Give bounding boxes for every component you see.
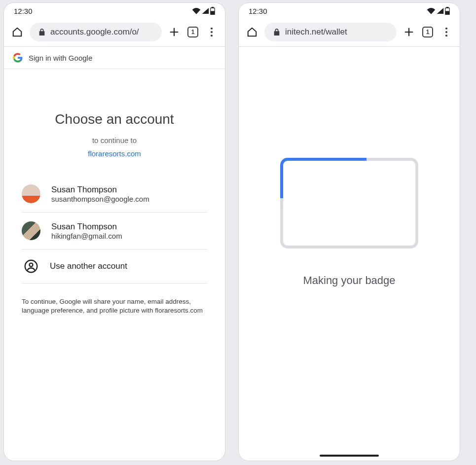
browser-toolbar: accounts.google.com/o/ 1 (4, 19, 225, 47)
account-name: Susan Thompson (51, 222, 122, 232)
tab-switcher[interactable]: 1 (186, 26, 199, 38)
browser-toolbar: initech.net/wallet 1 (239, 19, 460, 47)
home-icon[interactable] (11, 26, 24, 38)
signin-with-google-header: Sign in with Google (4, 47, 225, 69)
status-icons (427, 7, 450, 15)
svg-rect-10 (282, 159, 417, 247)
svg-point-5 (30, 263, 33, 267)
new-tab-icon[interactable] (168, 26, 181, 38)
status-time: 12:30 (249, 7, 267, 15)
url-text: initech.net/wallet (285, 27, 347, 37)
tab-count-label: 1 (422, 27, 433, 37)
more-menu-icon[interactable] (440, 26, 453, 38)
subtitle: to continue to (4, 136, 225, 144)
badge-card-loading (280, 158, 418, 249)
lock-icon (273, 28, 280, 36)
making-badge-label: Making your badge (303, 274, 395, 287)
cell-icon (202, 7, 209, 14)
wifi-icon (427, 7, 436, 14)
lock-icon (38, 28, 45, 36)
tab-count-label: 1 (187, 27, 198, 37)
svg-point-3 (211, 35, 213, 36)
url-text: accounts.google.com/o/ (50, 27, 139, 37)
account-list: Susan Thompson susanthompson@google.com … (22, 176, 207, 284)
gesture-bar[interactable] (320, 455, 379, 457)
google-logo-icon (13, 53, 23, 63)
phone-wallet-loading: 12:30 initech.net/wallet 1 (239, 3, 460, 461)
cell-icon (437, 7, 444, 14)
account-row[interactable]: Susan Thompson hikingfan@gmail.com (22, 213, 207, 250)
svg-point-1 (211, 28, 213, 30)
new-tab-icon[interactable] (403, 26, 415, 38)
badge-loading-content: Making your badge (239, 47, 460, 461)
status-bar: 12:30 (239, 3, 460, 19)
svg-rect-6 (445, 8, 449, 11)
privacy-disclaimer: To continue, Google will share your name… (22, 297, 207, 315)
page-title: Choose an account (4, 111, 225, 127)
use-another-account-row[interactable]: Use another account (22, 250, 207, 284)
home-icon[interactable] (246, 26, 258, 38)
svg-point-8 (445, 31, 447, 33)
status-bar: 12:30 (4, 3, 225, 19)
svg-point-2 (211, 31, 213, 33)
url-bar[interactable]: accounts.google.com/o/ (30, 23, 162, 41)
wifi-icon (192, 7, 201, 14)
account-row[interactable]: Susan Thompson susanthompson@google.com (22, 176, 207, 213)
tab-switcher[interactable]: 1 (421, 26, 434, 38)
progress-outline-icon (280, 158, 418, 249)
status-time: 12:30 (14, 7, 33, 15)
battery-icon (445, 7, 450, 15)
use-another-label: Use another account (50, 260, 127, 272)
person-icon (23, 258, 39, 274)
relying-party-link[interactable]: floraresorts.com (4, 149, 225, 158)
account-chooser-content: Choose an account to continue to florare… (4, 69, 225, 461)
battery-icon (210, 7, 215, 15)
account-name: Susan Thompson (51, 185, 149, 195)
account-email: susanthompson@google.com (51, 195, 149, 203)
account-email: hikingfan@gmail.com (51, 232, 122, 240)
status-icons (192, 7, 215, 15)
avatar (22, 221, 40, 240)
phone-account-chooser: 12:30 accounts.google.com/o/ 1 (4, 3, 225, 461)
svg-point-9 (445, 35, 447, 36)
avatar (22, 184, 40, 203)
more-menu-icon[interactable] (205, 26, 218, 38)
svg-point-7 (445, 28, 447, 30)
svg-rect-0 (211, 8, 214, 11)
url-bar[interactable]: initech.net/wallet (264, 23, 397, 41)
signin-header-label: Sign in with Google (29, 54, 92, 62)
